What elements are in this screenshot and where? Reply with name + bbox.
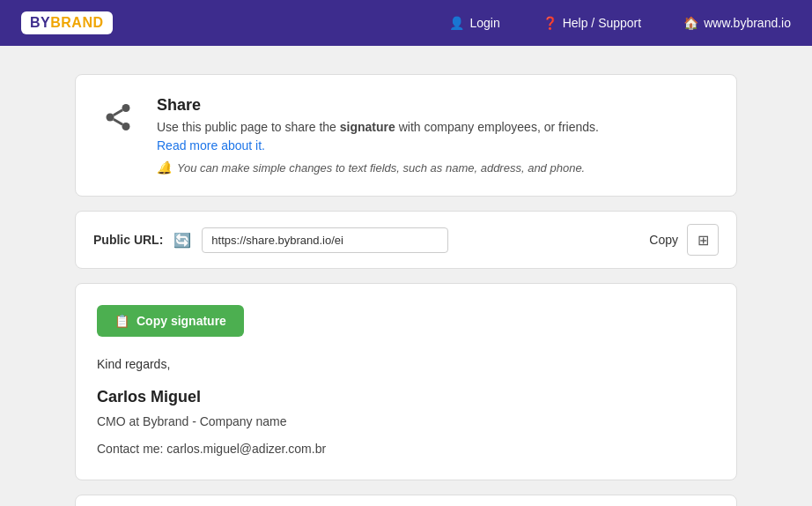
refresh-icon[interactable]: 🔄 (173, 232, 191, 249)
main-content: Share Use this public page to share the … (54, 46, 758, 506)
svg-line-4 (114, 110, 122, 115)
help-link[interactable]: ❓ Help / Support (543, 16, 642, 30)
signature-card: 📋 Copy signature Kind regards, Carlos Mi… (75, 283, 737, 480)
svg-point-0 (122, 104, 130, 112)
signature-body: Kind regards, Carlos Miguel CMO at Bybra… (97, 354, 715, 458)
share-icon (102, 101, 134, 133)
public-url-label: Public URL: (93, 233, 163, 247)
home-icon: 🏠 (683, 16, 698, 30)
user-icon: 👤 (449, 16, 464, 30)
url-input[interactable] (202, 227, 448, 253)
website-link[interactable]: 🏠 www.bybrand.io (683, 16, 791, 30)
grid-view-button[interactable]: ⊞ (687, 224, 719, 256)
share-text-content: Share Use this public page to share the … (157, 96, 599, 175)
svg-point-2 (122, 123, 130, 130)
header: BYBRAND 👤 Login ❓ Help / Support 🏠 www.b… (0, 0, 812, 46)
copy-signature-button[interactable]: 📋 Copy signature (97, 305, 244, 337)
logo: BYBRAND (21, 11, 113, 34)
copy-html-summary[interactable]: ▶ Copy HTML (76, 495, 736, 506)
share-icon-wrap (97, 96, 139, 138)
grid-icon: ⊞ (698, 232, 709, 249)
share-description: Use this public page to share the signat… (157, 120, 599, 134)
svg-line-3 (114, 119, 122, 124)
sig-contact: Contact me: carlos.miguel@adizer.com.br (97, 439, 715, 458)
bell-icon: 🔔 (157, 160, 172, 175)
url-row-actions: Copy ⊞ (649, 224, 719, 256)
sig-title: CMO at Bybrand - Company name (97, 412, 715, 431)
share-title: Share (157, 96, 599, 115)
sig-regards: Kind regards, (97, 354, 715, 374)
copy-url-button[interactable]: Copy (649, 233, 678, 247)
url-row: Public URL: 🔄 Copy ⊞ (75, 211, 737, 269)
share-card: Share Use this public page to share the … (75, 74, 737, 197)
login-link[interactable]: 👤 Login (449, 16, 499, 30)
read-more-link[interactable]: Read more about it. (157, 138, 265, 153)
copy-html-details[interactable]: ▶ Copy HTML (76, 495, 736, 506)
sig-name: Carlos Miguel (97, 384, 715, 410)
copy-sig-icon: 📋 (114, 314, 129, 328)
question-icon: ❓ (543, 16, 557, 30)
header-nav: 👤 Login ❓ Help / Support 🏠 www.bybrand.i… (449, 16, 791, 30)
share-notice: 🔔 You can make simple changes to text fi… (157, 160, 599, 175)
copy-html-card: ▶ Copy HTML (75, 495, 737, 506)
svg-point-1 (107, 114, 114, 122)
